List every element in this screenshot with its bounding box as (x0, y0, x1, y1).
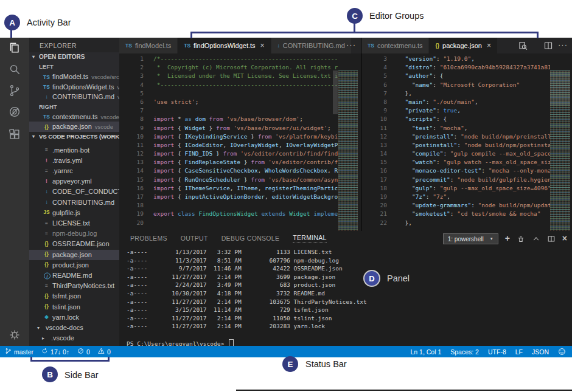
terminal[interactable]: -a---- 1/13/2017 3:32 PM 1133 LICENSE.tx… (127, 248, 570, 346)
status-warnings[interactable]: 0 (98, 348, 111, 356)
tree-item[interactable]: ≡npm-debug.log (29, 229, 119, 239)
open-preview-icon[interactable] (518, 41, 528, 50)
terminal-picker-dropdown[interactable]: 1: powershell ▼ (443, 233, 498, 244)
kill-terminal-icon[interactable] (517, 235, 525, 243)
status-item[interactable]: Ln 1, Col 1 (410, 348, 441, 356)
tree-item[interactable]: ≡LICENSE.txt (29, 218, 119, 229)
line-number: 18 (119, 201, 153, 210)
panel-tab-problems[interactable]: PROBLEMS (130, 235, 167, 242)
settings-gear-icon[interactable] (9, 329, 21, 341)
tab-contextmenu.ts[interactable]: TScontextmenu.ts (361, 38, 429, 53)
file-name: appveyor.yml (52, 177, 92, 185)
open-editor-item[interactable]: TSfindModel.tsvscode/src/vs/... (29, 72, 119, 81)
code-line: 22 }, (361, 219, 550, 227)
new-terminal-icon[interactable]: + (505, 235, 510, 243)
open-editor-item[interactable]: {}package.jsonvscode (29, 122, 119, 131)
open-editors-header[interactable]: ▾OPEN EDITORS (29, 52, 119, 62)
code-line: 8 "main": "./out/main", (361, 98, 550, 106)
panel-tab-bar: PROBLEMSOUTPUTDEBUG CONSOLETERMINAL 1: p… (119, 231, 572, 246)
editor-group-left: TSfindModel.tsTSfindOptionsWidget.ts×↓CO… (119, 38, 361, 231)
tree-item[interactable]: !appveyor.yml (29, 176, 119, 187)
explorer-icon[interactable] (8, 41, 21, 55)
close-icon[interactable]: × (487, 43, 491, 49)
tab-package.json[interactable]: {}package.json× (429, 38, 497, 53)
status-item[interactable]: LF (515, 348, 523, 356)
editor-right[interactable]: 3 "version": "1.19.0",4 "distro": "610ca… (361, 53, 572, 231)
tree-item[interactable]: {}product.json (29, 260, 119, 270)
md-file-icon: ↓ (43, 92, 51, 101)
annotation-c-label: Editor Groups (369, 11, 424, 21)
code-area-right[interactable]: 3 "version": "1.19.0",4 "distro": "610ca… (361, 55, 550, 231)
feedback-smiley-icon[interactable] (558, 348, 566, 356)
tab-findOptionsWidget.ts[interactable]: TSfindOptionsWidget.ts× (178, 38, 271, 53)
tree-item[interactable]: ≡ThirdPartyNotices.txt (29, 281, 119, 291)
source-control-icon[interactable] (8, 84, 21, 97)
code-line: 18 "gulp": "gulp --max_old_space_size=40… (361, 184, 550, 193)
open-editor-item[interactable]: TSfindOptionsWidget.tsvsco... (29, 82, 119, 92)
close-panel-icon[interactable]: × (562, 235, 567, 243)
tab-CONTRIBUTING.md[interactable]: ↓CONTRIBUTING.md (271, 38, 352, 53)
code-line: 12import { FIND_IDS } from 'vs/editor/co… (119, 150, 338, 158)
tab-bar-left: TSfindModel.tsTSfindOptionsWidget.ts×↓CO… (119, 38, 361, 53)
status-item[interactable]: UTF-8 (488, 348, 506, 356)
status-git-branch[interactable]: master (5, 348, 33, 356)
json-file-icon: {} (43, 260, 51, 270)
line-number: 15 (361, 158, 398, 167)
json-file-icon: {} (435, 43, 439, 49)
more-actions-icon[interactable]: ··· (346, 38, 356, 52)
tree-item[interactable]: ≡.yarnrc (29, 166, 119, 176)
extensions-icon[interactable] (8, 128, 21, 141)
code-line: 5 "author": { (361, 72, 550, 80)
open-editor-item[interactable]: ↓CONTRIBUTING.mdvscode (29, 92, 119, 101)
tree-item[interactable]: {}OSSREADME.json (29, 239, 119, 249)
tree-item[interactable]: {}tslint.json (29, 302, 119, 312)
maximize-panel-icon[interactable] (532, 235, 540, 243)
debug-icon[interactable] (8, 105, 21, 119)
status-sync[interactable]: 17↓ 0↑ (41, 348, 69, 356)
search-icon[interactable] (8, 63, 21, 76)
line-number: 19 (119, 210, 153, 218)
tree-item[interactable]: ≡.mention-bot (29, 145, 119, 156)
list-file-icon: ≡ (43, 281, 51, 291)
minimap[interactable] (338, 70, 358, 231)
file-name: tsfmt.json (52, 292, 81, 300)
open-editor-item[interactable]: TScontextmenu.tsvscode/src/... (29, 112, 119, 122)
tree-item[interactable]: ▾vscode-docs (29, 323, 119, 333)
status-bar-right: Ln 1, Col 1Spaces: 2UTF-8LFJSON (410, 348, 572, 356)
tree-item[interactable]: ◆yarn.lock (29, 312, 119, 323)
line-number: 13 (361, 141, 398, 150)
tree-item[interactable]: iREADME.md (29, 270, 119, 281)
more-actions-icon[interactable]: ··· (558, 38, 568, 52)
editor-left[interactable]: 1/*-------------------------------------… (119, 53, 361, 231)
chevron-down-icon[interactable]: ▾ (37, 323, 40, 333)
tab-findModel.ts[interactable]: TSfindModel.ts (119, 38, 178, 53)
code-line: 17 "precommit": "node build/gulpfile.hyg… (361, 176, 550, 184)
close-icon[interactable]: × (260, 43, 265, 49)
scrollbar-slider[interactable] (333, 70, 338, 114)
panel-tab-output[interactable]: OUTPUT (181, 235, 208, 242)
json-file-icon: {} (43, 122, 51, 131)
workspace-header[interactable]: ▾VS CODE PROJECTS (WORKSPACE) (29, 132, 119, 142)
code-line: 13 "postinstall": "node build/npm/postin… (361, 141, 550, 150)
code-area-left[interactable]: 1/*-------------------------------------… (119, 55, 338, 231)
status-item[interactable]: JSON (532, 348, 549, 356)
status-item[interactable]: Spaces: 2 (450, 348, 479, 356)
tree-item[interactable]: !.travis.yml (29, 156, 119, 166)
tree-item[interactable]: ↓CODE_OF_CONDUCT.md (29, 187, 119, 197)
code-line: 9import { Widget } from 'vs/base/browser… (119, 124, 338, 132)
branch-icon (5, 348, 12, 356)
panel-tab-debug-console[interactable]: DEBUG CONSOLE (221, 235, 280, 242)
status-errors[interactable]: 0 (77, 348, 90, 356)
minimap-slider[interactable] (550, 70, 570, 106)
chevron-right-icon[interactable]: ▸ (42, 333, 44, 343)
panel-tab-terminal[interactable]: TERMINAL (293, 234, 327, 243)
tree-item[interactable]: JSgulpfile.js (29, 208, 119, 218)
tree-item[interactable]: {}tsfmt.json (29, 291, 119, 301)
terminal-line: -a---- 11/27/2017 2:14 PM 203283 yarn.lo… (127, 322, 570, 331)
tree-item[interactable]: {}package.json (29, 250, 119, 260)
tree-item[interactable]: ▸.vscode (29, 333, 119, 343)
line-number: 17 (119, 193, 153, 201)
tree-item[interactable]: ↓CONTRIBUTING.md (29, 198, 119, 208)
split-panel-icon[interactable] (547, 235, 556, 243)
split-editor-icon[interactable] (543, 41, 553, 50)
